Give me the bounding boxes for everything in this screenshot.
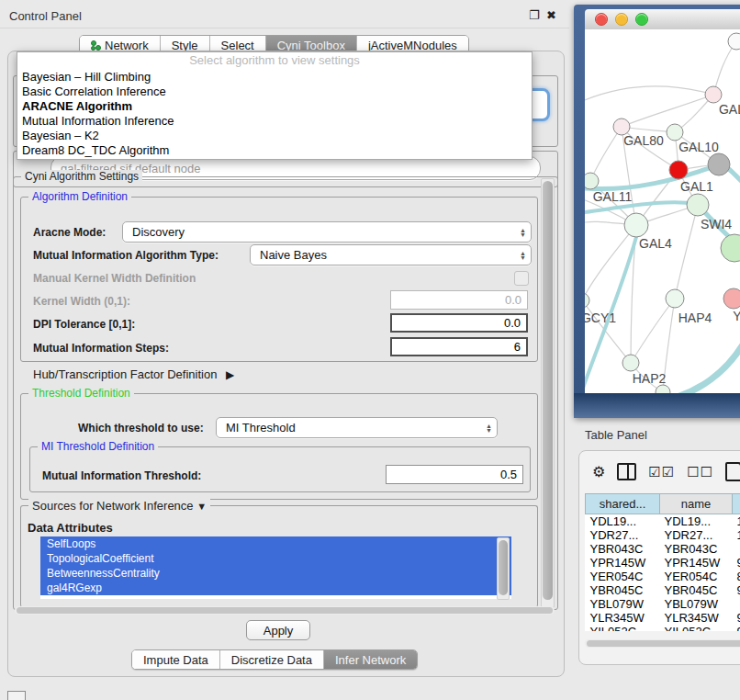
network-node-gal10[interactable] — [667, 124, 683, 141]
mi-algorithm-type-combo[interactable]: Naive Bayes ▲▼ — [250, 244, 532, 265]
data-attribute-item[interactable]: gal4RGexp — [40, 581, 511, 595]
network-node-gal1[interactable] — [669, 161, 688, 179]
dpi-tolerance-field[interactable]: 0.0 — [390, 313, 528, 333]
tab-impute-data[interactable]: Impute Data — [132, 650, 220, 669]
table-row[interactable]: YDL19...YDL19...13 — [586, 514, 740, 529]
network-node-gal4[interactable] — [624, 213, 648, 237]
network-edge[interactable] — [675, 205, 698, 299]
algorithm-popup-item[interactable]: Mutual Information Inference — [17, 114, 532, 129]
table-row[interactable]: YPR145WYPR145W9. — [586, 556, 740, 570]
unselect-all-columns-icon[interactable]: ☐☐ — [687, 464, 713, 480]
network-node-gal[interactable] — [705, 86, 722, 103]
split-column-icon[interactable] — [617, 463, 636, 480]
close-panel-icon[interactable]: ✖ — [546, 8, 556, 22]
table-cell[interactable]: YBL079W — [660, 597, 733, 611]
network-edge[interactable] — [590, 127, 622, 181]
table-cell[interactable] — [733, 542, 740, 556]
which-threshold-combo[interactable]: MI Threshold ▲▼ — [216, 417, 498, 438]
column-header-name[interactable]: name — [660, 494, 733, 514]
table-cell[interactable]: YIL052C — [586, 625, 660, 631]
table-cell[interactable]: YLR345W — [660, 611, 733, 625]
mi-threshold-field[interactable]: 0.5 — [386, 465, 523, 484]
network-node-gal11[interactable] — [585, 173, 599, 189]
data-attribute-item[interactable]: TopologicalCoefficient — [40, 551, 511, 566]
apply-button[interactable]: Apply — [246, 620, 310, 640]
column-header-shared[interactable]: shared... — [586, 494, 660, 514]
network-node-hap2[interactable] — [622, 355, 639, 371]
network-view-window[interactable]: GALGAL80GAL10GAL1GAL11SWI4GAL4GCY1HAP4YH… — [574, 5, 740, 418]
table-row[interactable]: YLR345WYLR345W9. — [586, 611, 740, 625]
mi-steps-field[interactable]: 6 — [390, 337, 528, 356]
kernel-width-field[interactable]: 0.0 — [390, 290, 528, 310]
table-hscrollbar[interactable] — [585, 639, 740, 648]
table-cell[interactable]: YIL052C — [660, 625, 733, 631]
table-cell[interactable]: YER054C — [660, 570, 733, 583]
algorithm-popup-item[interactable]: Bayesian – Hill Climbing — [17, 70, 532, 85]
data-attributes-list[interactable]: SelfLoopsTopologicalCoefficientBetweenne… — [40, 536, 511, 599]
table-cell[interactable]: 12 — [733, 528, 740, 542]
network-edge-thick[interactable] — [663, 342, 740, 393]
network-edge[interactable] — [631, 299, 675, 363]
table-cell[interactable]: YDR27... — [586, 528, 660, 542]
network-node[interactable] — [656, 385, 670, 393]
network-graph[interactable]: GALGAL80GAL10GAL1GAL11SWI4GAL4GCY1HAP4YH… — [585, 29, 740, 393]
table-cell[interactable]: YBL079W — [586, 597, 660, 611]
sources-group-title[interactable]: Sources for Network Inference ▼ — [28, 499, 210, 513]
algorithm-popup-item[interactable]: Bayesian – K2 — [17, 129, 532, 143]
table-cell[interactable] — [733, 597, 740, 611]
network-node[interactable] — [708, 153, 730, 175]
data-attribute-item[interactable]: SelfLoops — [40, 536, 511, 551]
float-panel-icon[interactable]: ❐ — [529, 8, 540, 22]
hub-definition-toggle[interactable]: Hub/Transcription Factor Definition ▶ — [33, 367, 234, 381]
panel-corner-button[interactable] — [7, 691, 26, 700]
table-cell[interactable]: 9. — [733, 556, 740, 570]
manual-kernel-width-checkbox[interactable] — [514, 271, 529, 286]
tab-discretize-data[interactable]: Discretize Data — [220, 650, 324, 669]
algorithm-popup-item[interactable]: ARACNE Algorithm — [17, 99, 532, 114]
table-cell[interactable]: 9 — [733, 625, 740, 631]
table-cell[interactable]: YBR043C — [660, 542, 733, 556]
settings-scrollbar[interactable] — [541, 178, 555, 608]
table-cell[interactable]: 8. — [733, 570, 740, 583]
window-zoom-button[interactable] — [635, 13, 648, 26]
network-node-hap4[interactable] — [666, 289, 684, 308]
data-attribute-item[interactable]: BetweennessCentrality — [40, 566, 511, 581]
algorithm-popup-item[interactable]: Basic Correlation Inference — [17, 85, 532, 99]
table-cell[interactable]: YPR145W — [586, 556, 660, 570]
table-cell[interactable]: 9. — [733, 583, 740, 597]
network-node[interactable] — [728, 33, 740, 50]
table-cell[interactable]: YBR045C — [586, 583, 660, 597]
column-header-extra[interactable] — [733, 494, 740, 514]
network-node-swi4[interactable] — [687, 194, 709, 216]
network-edge[interactable] — [585, 86, 713, 102]
network-node-gcy1[interactable] — [585, 293, 589, 308]
table-cell[interactable]: YBR043C — [586, 542, 660, 556]
table-cell[interactable]: YDR27... — [660, 528, 733, 542]
attribute-list-scrollbar[interactable] — [497, 537, 510, 600]
table-cell[interactable]: 13 — [733, 514, 740, 529]
table-cell[interactable]: YDL19... — [586, 514, 660, 529]
table-row[interactable]: YER054CYER054C8. — [586, 570, 740, 583]
tab-infer-network[interactable]: Infer Network — [324, 650, 417, 669]
table-row[interactable]: YBL079WYBL079W — [586, 597, 740, 611]
table-cell[interactable]: YER054C — [586, 570, 660, 583]
window-minimize-button[interactable] — [615, 13, 628, 26]
table-cell[interactable]: YBR045C — [660, 583, 733, 597]
network-node[interactable] — [721, 234, 740, 262]
table-cell[interactable]: 9. — [733, 611, 740, 625]
select-all-columns-icon[interactable]: ☑☑ — [648, 464, 675, 480]
network-node-y[interactable] — [723, 288, 740, 309]
network-canvas[interactable]: GALGAL80GAL10GAL1GAL11SWI4GAL4GCY1HAP4YH… — [585, 29, 740, 393]
gear-icon[interactable]: ⚙ — [592, 465, 605, 480]
table-cell[interactable]: YDL19... — [660, 514, 733, 529]
table-row[interactable]: YBR043CYBR043C — [586, 542, 740, 556]
document-icon[interactable] — [725, 462, 740, 481]
settings-hscrollbar[interactable] — [15, 606, 555, 615]
network-window-titlebar[interactable] — [585, 9, 740, 30]
table-row[interactable]: YIL052CYIL052C9 — [586, 625, 740, 631]
table-row[interactable]: YDR27...YDR27...12 — [586, 528, 740, 542]
table-row[interactable]: YBR045CYBR045C9. — [586, 583, 740, 597]
aracne-mode-combo[interactable]: Discovery ▲▼ — [122, 221, 532, 243]
table-cell[interactable]: YLR345W — [586, 611, 660, 625]
table-cell[interactable]: YPR145W — [660, 556, 733, 570]
